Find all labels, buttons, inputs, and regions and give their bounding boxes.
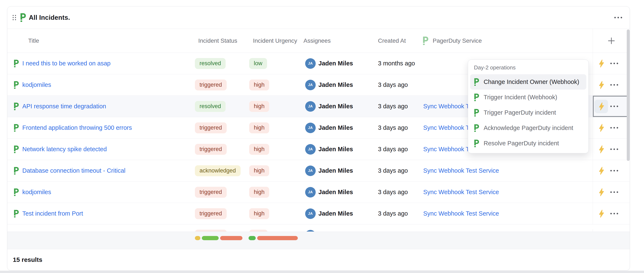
assignee-name: Jaden Miles: [318, 210, 353, 217]
pagerduty-service-icon: [422, 37, 428, 45]
row-menu-button[interactable]: [608, 125, 620, 131]
widget-menu-button[interactable]: [612, 15, 624, 20]
menu-item[interactable]: Resolve PagerDuty incident: [470, 136, 586, 151]
table-row-partial: [7, 224, 630, 232]
created-at-value: 3 days ago: [370, 96, 418, 117]
assignee-name: Jaden Miles: [318, 60, 353, 67]
pagerduty-service-link[interactable]: Sync Webhook Test Service: [423, 189, 499, 196]
menu-item[interactable]: Change Incident Owner (Webhook): [470, 74, 586, 90]
status-badge: resolved: [195, 101, 226, 112]
run-action-button[interactable]: [594, 78, 608, 92]
column-header-created-at[interactable]: Created At: [370, 29, 418, 53]
incident-title-link[interactable]: Network latency spike detected: [22, 146, 107, 153]
run-action-button[interactable]: [594, 164, 608, 178]
status-badge: triggered: [195, 208, 227, 219]
summary-segment-acknowledged: [195, 236, 200, 240]
incident-title-link[interactable]: I need this to be worked on asap: [22, 60, 110, 67]
row-menu-button[interactable]: [608, 211, 620, 216]
pagerduty-service-link[interactable]: Sync Webhook Test Service: [423, 167, 499, 174]
widget-header: All Incidents.: [7, 6, 630, 29]
pagerduty-logo-icon: [20, 13, 26, 22]
table-row: Database connection timeout - Critical a…: [7, 160, 630, 182]
run-action-button[interactable]: [594, 57, 608, 70]
menu-item[interactable]: Acknowledge PagerDuty incident: [470, 120, 586, 136]
pagerduty-entity-icon: [13, 210, 19, 218]
assignee-avatar: JA: [305, 187, 316, 198]
assignee-name: Jaden Miles: [318, 124, 353, 131]
assignee-name: Jaden Miles: [318, 189, 353, 196]
pagerduty-entity-icon: [13, 103, 19, 110]
urgency-distribution-bar: [248, 236, 298, 240]
incident-title-link[interactable]: kodjomiles: [22, 81, 51, 88]
row-menu-button[interactable]: [608, 61, 620, 66]
assignee-avatar: JA: [305, 101, 316, 112]
urgency-badge: low: [249, 58, 267, 69]
assignee-avatar: JA: [305, 208, 316, 219]
column-header-pagerduty-service-label: PagerDuty Service: [433, 37, 482, 44]
table-column-headers: Title Incident Status Incident Urgency A…: [7, 29, 630, 53]
page: All Incidents. Title Incident Status Inc…: [0, 0, 644, 273]
page-bottom-strip: [0, 271, 644, 273]
column-header-incident-status[interactable]: Incident Status: [190, 29, 246, 53]
column-header-assignees[interactable]: Assignees: [300, 29, 370, 53]
incident-title-link[interactable]: Frontend application throwing 500 errors: [22, 124, 132, 131]
menu-item-label: Change Incident Owner (Webhook): [484, 78, 579, 85]
urgency-badge: high: [249, 79, 269, 90]
urgency-badge: high: [249, 122, 269, 133]
pagerduty-entity-icon: [13, 124, 19, 132]
pagerduty-service-link[interactable]: Sync Webhook Test Service: [423, 210, 499, 217]
menu-section-label: Day-2 operations: [470, 62, 586, 74]
assignee-name: Jaden Miles: [318, 167, 353, 174]
pagerduty-entity-icon: [13, 146, 19, 153]
status-distribution-bar: [195, 236, 242, 240]
row-menu-button[interactable]: [608, 168, 620, 174]
pagerduty-action-icon: [474, 140, 479, 147]
assignee-avatar: JA: [305, 166, 316, 176]
pagerduty-action-icon: [474, 94, 479, 101]
column-header-actions: [593, 29, 630, 53]
assignee-name: Jaden Miles: [318, 146, 353, 153]
pagerduty-entity-icon: [13, 81, 19, 89]
add-column-button[interactable]: [606, 35, 617, 47]
created-at-value: 3 months ago: [370, 53, 418, 74]
status-badge: resolved: [195, 58, 226, 69]
row-menu-button[interactable]: [608, 146, 620, 152]
created-at-value: 3 days ago: [370, 203, 418, 224]
pagerduty-entity-icon: [13, 60, 19, 67]
urgency-badge: high: [249, 101, 269, 112]
urgency-badge: [249, 230, 268, 232]
results-count: 15 results: [13, 256, 42, 263]
urgency-badge: high: [249, 144, 269, 155]
summary-segment-low: [248, 236, 256, 240]
run-action-button[interactable]: [594, 186, 608, 199]
pagerduty-entity-icon: [13, 167, 19, 175]
column-header-incident-urgency[interactable]: Incident Urgency: [246, 29, 300, 53]
run-action-button[interactable]: [594, 207, 608, 220]
run-action-button[interactable]: [594, 143, 608, 156]
drag-handle-icon[interactable]: [12, 14, 17, 21]
incident-title-link[interactable]: kodjomiles: [22, 189, 51, 196]
pagerduty-entity-icon: [13, 188, 19, 196]
row-menu-button[interactable]: [608, 82, 620, 88]
assignee-avatar: JA: [305, 58, 316, 69]
vertical-scrollbar[interactable]: [627, 29, 630, 161]
incident-title-link[interactable]: API response time degradation: [22, 103, 106, 110]
menu-item[interactable]: Trigger PagerDuty incident: [470, 105, 586, 120]
menu-item-label: Acknowledge PagerDuty incident: [484, 125, 573, 131]
column-header-title[interactable]: Title: [7, 29, 190, 53]
widget-title: All Incidents.: [29, 14, 70, 21]
menu-item[interactable]: Trigger Incident (Webhook): [470, 90, 586, 105]
pagerduty-action-icon: [474, 124, 479, 132]
incident-title-link[interactable]: Test incident from Port: [22, 210, 83, 217]
urgency-badge: high: [249, 187, 269, 198]
status-badge: triggered: [195, 79, 227, 90]
status-badge: acknowledged: [195, 165, 240, 176]
run-action-button[interactable]: [594, 100, 608, 113]
row-menu-button[interactable]: [608, 189, 620, 195]
assignee-avatar: [305, 230, 316, 232]
column-header-pagerduty-service[interactable]: PagerDuty Service: [418, 29, 593, 53]
row-menu-button[interactable]: [608, 103, 620, 109]
status-badge: triggered: [195, 122, 227, 133]
run-action-button[interactable]: [594, 121, 608, 135]
incident-title-link[interactable]: Database connection timeout - Critical: [22, 167, 126, 174]
